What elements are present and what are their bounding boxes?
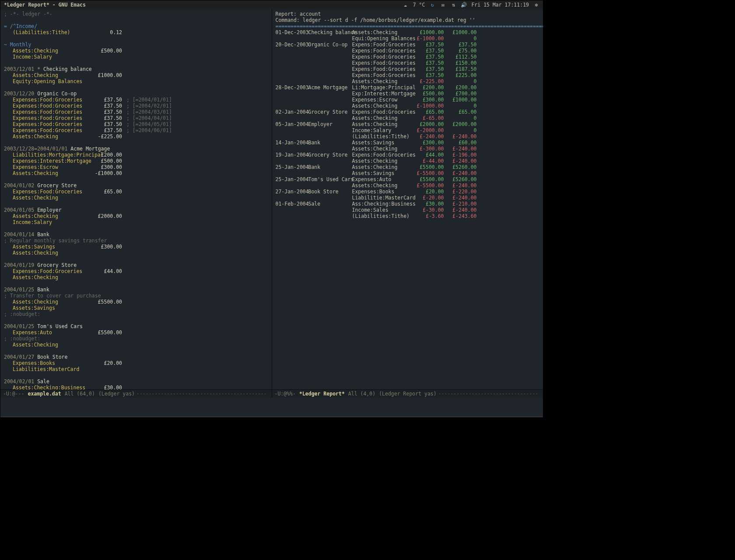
- modeline-status: -U:@%%-: [275, 391, 296, 397]
- report-row[interactable]: (Liabilities:Tithe)£-3.60£-243.60: [276, 213, 540, 219]
- report-row[interactable]: Income:Sales£-30.00£-240.00: [276, 207, 540, 213]
- posting-line[interactable]: Expenses:Books£20.00: [4, 360, 268, 366]
- posting-line[interactable]: Income:Salary: [4, 54, 268, 60]
- report-row[interactable]: Assets:Checking£-5500.00£-240.00: [276, 182, 540, 189]
- transaction-header[interactable]: 2004/01/25 Tom's Used Cars: [4, 323, 268, 329]
- mail-icon[interactable]: ✉: [440, 0, 446, 9]
- posting-line[interactable]: Assets:Checking-£1000.00: [4, 170, 268, 176]
- report-row[interactable]: Expens:Food:Groceries£37.50£187.50: [276, 66, 540, 72]
- transaction-header[interactable]: 2004/01/02 Grocery Store: [4, 182, 268, 189]
- weather-temp: 7 °C: [413, 0, 425, 9]
- posting-line[interactable]: Expenses:Food:Groceries£37.50; [=2004/01…: [4, 97, 268, 103]
- weather-icon: ☁: [402, 0, 409, 9]
- modeline-status: -U:@---: [3, 391, 24, 397]
- report-row[interactable]: Assets:Checking£-300.00£-240.00: [276, 146, 540, 152]
- modeline-buffer-name: *Ledger Report*: [299, 391, 345, 397]
- posting-line[interactable]: Assets:Checking: [4, 342, 268, 348]
- report-row[interactable]: Expens:Food:Groceries£37.50£150.00: [276, 60, 540, 66]
- report-row[interactable]: 27-Jan-2004Book StoreExpenses:Books£20.0…: [276, 189, 540, 195]
- posting-line[interactable]: Assets:Checking-£225.00: [4, 133, 268, 140]
- report-row[interactable]: Expenses:Escrow£300.00£1000.00: [276, 97, 540, 103]
- transaction-header[interactable]: 2003/12/20 Organic Co-op: [4, 91, 268, 97]
- posting-line[interactable]: Assets:Savings: [4, 305, 268, 311]
- posting-line[interactable]: Assets:Checking: [4, 195, 268, 201]
- report-row[interactable]: Equi:Opening Balances£-1000.000: [276, 35, 540, 42]
- posting-line[interactable]: Assets:Checking£5500.00: [4, 299, 268, 305]
- modeline-mode: (Ledger yas): [98, 391, 135, 397]
- transaction-header[interactable]: 2004/01/27 Book Store: [4, 354, 268, 360]
- transaction-header[interactable]: 2004/01/14 Bank: [4, 231, 268, 238]
- report-separator: ========================================…: [276, 23, 543, 29]
- transaction-header[interactable]: 2004/02/01 Sale: [4, 378, 268, 385]
- posting-line[interactable]: Expenses:Escrow£300.00: [4, 164, 268, 170]
- transaction-header[interactable]: 2003/12/28=2004/01/01 Acme Mortgage: [4, 146, 268, 152]
- posting-line[interactable]: Expenses:Food:Groceries£37.50; [=2004/03…: [4, 109, 268, 115]
- report-row[interactable]: 19-Jan-2004Grocery StoreExpens:Food:Groc…: [276, 152, 540, 158]
- posting-line[interactable]: Assets:Savings£300.00: [4, 244, 268, 250]
- report-row[interactable]: Assets:Checking£-65.000: [276, 115, 540, 121]
- transaction-header[interactable]: 2004/01/25 Bank: [4, 287, 268, 293]
- posting-line[interactable]: Income:Salary: [4, 219, 268, 225]
- volume-icon[interactable]: 🔊: [461, 0, 467, 9]
- posting-line[interactable]: Equity:Opening Balances: [4, 78, 268, 84]
- network-icon[interactable]: ⇅: [450, 0, 456, 9]
- report-row[interactable]: Income:Salary£-2000.000: [276, 127, 540, 133]
- modeline-left: -U:@--- example.dat All (64,0) (Ledger y…: [0, 390, 272, 398]
- modeline-mode: (Ledger Report yas): [379, 391, 437, 397]
- modeline-fill: ----------------------------------------…: [438, 390, 540, 398]
- window-titlebar: *Ledger Report* - GNU Emacs ☁ 7 °C ↻ ✉ ⇅…: [0, 0, 543, 9]
- ledger-source-pane[interactable]: ; -*- ledger -*-= /^Income/(Liabilities:…: [0, 9, 272, 389]
- posting-line[interactable]: Assets:Checking£2000.00: [4, 213, 268, 219]
- report-row[interactable]: Expens:Food:Groceries£37.50£225.00: [276, 72, 540, 78]
- report-row[interactable]: Assets:Checking£-44.00£-240.00: [276, 158, 540, 164]
- posting-line[interactable]: (Liabilities:Tithe)0.12: [4, 29, 268, 35]
- report-row[interactable]: 05-Jan-2004EmployerAssets:Checking£2000.…: [276, 121, 540, 127]
- posting-line[interactable]: Expenses:Interest:Mortgage£500.00: [4, 158, 268, 164]
- posting-line[interactable]: Liabilities:MasterCard: [4, 366, 268, 372]
- report-row[interactable]: 01-Feb-2004SaleAss:Checking:Business£30.…: [276, 201, 540, 207]
- posting-line[interactable]: Expenses:Food:Groceries£37.50; [=2004/02…: [4, 103, 268, 109]
- posting-line[interactable]: Assets:Checking:Business£30.00: [4, 385, 268, 389]
- posting-line[interactable]: Expenses:Auto£5500.00: [4, 329, 268, 336]
- transaction-header[interactable]: 2004/01/05 Employer: [4, 207, 268, 213]
- refresh-icon[interactable]: ↻: [429, 0, 435, 9]
- posting-line[interactable]: Assets:Checking: [4, 274, 268, 280]
- report-row[interactable]: Exp:Interest:Mortgage£500.00£700.00: [276, 91, 540, 97]
- report-row[interactable]: 02-Jan-2004Grocery StoreExpens:Food:Groc…: [276, 109, 540, 115]
- report-row[interactable]: (Liabilities:Tithe)£-240.00£-240.00: [276, 133, 540, 140]
- report-row[interactable]: 14-Jan-2004BankAssets:Savings£300.00£60.…: [276, 140, 540, 146]
- posting-line[interactable]: Assets:Checking£500.00: [4, 48, 268, 54]
- modeline-buffer-name: example.dat: [28, 391, 61, 397]
- report-row[interactable]: Assets:Savings£-5500.00£-240.00: [276, 170, 540, 176]
- modeline-fill: ----------------------------------------…: [136, 390, 269, 398]
- modeline-right: -U:@%%- *Ledger Report* All (4,0) (Ledge…: [272, 390, 543, 398]
- posting-line[interactable]: Assets:Checking: [4, 250, 268, 256]
- report-row[interactable]: Assets:Checking£-225.000: [276, 78, 540, 84]
- posting-line[interactable]: Expenses:Food:Groceries£37.50; [=2004/06…: [4, 127, 268, 133]
- report-row[interactable]: Expens:Food:Groceries£37.50£75.00: [276, 48, 540, 54]
- report-row[interactable]: 28-Dec-2003Acme MortgageLi:Mortgage:Prin…: [276, 84, 540, 91]
- report-row[interactable]: 20-Dec-2003Organic Co-opExpens:Food:Groc…: [276, 42, 540, 48]
- transaction-header[interactable]: 2003/12/01 * Checking balance: [4, 66, 268, 72]
- report-row[interactable]: Expens:Food:Groceries£37.50£112.50: [276, 54, 540, 60]
- ledger-report-pane[interactable]: Report: accountCommand: ledger --sort d …: [272, 9, 543, 389]
- report-row[interactable]: 25-Jan-2004Tom's Used CarsExpenses:Auto£…: [276, 176, 540, 182]
- report-row[interactable]: 25-Jan-2004BankAssets:Checking£5500.00£5…: [276, 164, 540, 170]
- settings-gear-icon[interactable]: ✻: [533, 0, 539, 9]
- modeline-position: All (4,0): [348, 391, 375, 397]
- posting-line[interactable]: Expenses:Food:Groceries£44.00: [4, 268, 268, 274]
- report-row[interactable]: 01-Dec-2003Checking balanceAssets:Checki…: [276, 29, 540, 35]
- transaction-header[interactable]: 2004/01/19 Grocery Store: [4, 262, 268, 268]
- echo-area: [0, 398, 543, 416]
- window-title: *Ledger Report* - GNU Emacs: [4, 0, 86, 9]
- posting-line[interactable]: Expenses:Food:Groceries£37.50; [=2004/05…: [4, 121, 268, 127]
- posting-line[interactable]: Assets:Checking£1000.00: [4, 72, 268, 78]
- posting-line[interactable]: Expenses:Food:Groceries£65.00: [4, 189, 268, 195]
- clock: Fri 15 Mar 17:11:19: [471, 0, 529, 9]
- report-row[interactable]: Liabilitie:MasterCard£-20.00£-240.00: [276, 195, 540, 201]
- modeline-position: All (64,0): [65, 391, 95, 397]
- report-row[interactable]: Assets:Checking£-1000.000: [276, 103, 540, 109]
- posting-line[interactable]: Liabilities:Mortgage:Principal£200.00: [4, 152, 268, 158]
- posting-line[interactable]: Expenses:Food:Groceries£37.50; [=2004/04…: [4, 115, 268, 121]
